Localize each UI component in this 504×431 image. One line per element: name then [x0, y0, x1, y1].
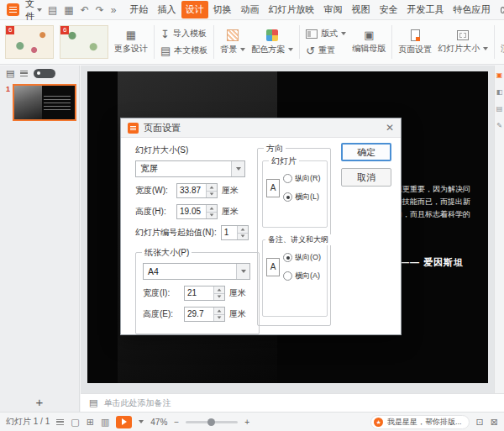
- design-template-thumbnail-1[interactable]: 6: [5, 25, 54, 59]
- import-template-label: 导入模板: [173, 28, 207, 39]
- paper-height-value[interactable]: 29.7: [185, 307, 213, 321]
- spin-down-icon[interactable]: [207, 191, 217, 198]
- design-template-thumbnail-2[interactable]: 6: [60, 25, 108, 59]
- spin-down-icon[interactable]: [214, 314, 224, 322]
- normal-view-icon[interactable]: ▢: [71, 418, 79, 427]
- notes-toggle-icon[interactable]: [56, 419, 64, 425]
- zoom-level[interactable]: 47%: [150, 418, 167, 427]
- spin-up-icon[interactable]: [238, 226, 248, 233]
- tab-special-features[interactable]: 特色应用: [449, 1, 495, 18]
- slide-width-value[interactable]: 33.87: [177, 184, 206, 197]
- tab-security[interactable]: 安全: [375, 1, 402, 18]
- ok-button[interactable]: 确定: [341, 143, 391, 161]
- cancel-button[interactable]: 取消: [341, 168, 391, 187]
- tab-transition[interactable]: 切换: [209, 1, 236, 18]
- color-scheme-button[interactable]: 配色方案: [251, 29, 293, 55]
- background-button[interactable]: 背景: [220, 29, 245, 55]
- slide-sorter-view-icon[interactable]: ⊞: [87, 418, 94, 427]
- notes-icon: ▤: [89, 398, 97, 407]
- doc-template-label: 本文模板: [174, 45, 207, 56]
- paper-size-dropdown[interactable]: A4: [143, 263, 250, 280]
- more-commands-icon[interactable]: »: [111, 4, 117, 16]
- spin-down-icon[interactable]: [207, 212, 217, 219]
- reset-button[interactable]: ↺ 重置: [306, 45, 346, 56]
- slide-landscape-radio[interactable]: 横向(L): [283, 192, 321, 202]
- spin-up-icon[interactable]: [207, 205, 217, 212]
- wps-logo-icon[interactable]: [7, 3, 19, 16]
- caret-down-icon: [341, 32, 346, 35]
- search-button[interactable]: 查找: [501, 0, 504, 22]
- spin-up-icon[interactable]: [207, 184, 217, 191]
- dialog-title-bar[interactable]: 页面设置 ✕: [121, 118, 401, 138]
- doc-template-button[interactable]: ▤ 本文模板: [160, 45, 207, 56]
- tab-home[interactable]: 开始: [126, 1, 153, 18]
- page-setup-icon: [411, 29, 420, 41]
- tab-animation[interactable]: 动画: [237, 1, 264, 18]
- caret-down-icon: [483, 47, 488, 50]
- slideshow-preview-button[interactable]: [34, 69, 55, 78]
- paper-width-spinner[interactable]: 21: [184, 286, 225, 301]
- slide-number-start-value[interactable]: 1: [222, 226, 237, 239]
- slide-number-start-spinner[interactable]: 1: [221, 225, 249, 240]
- layout-button[interactable]: 版式: [306, 28, 346, 39]
- presentation-tools-button[interactable]: 演示工具: [501, 29, 504, 55]
- comments-icon[interactable]: ▤: [496, 106, 503, 113]
- animation-pane-icon[interactable]: ◧: [496, 89, 503, 96]
- print-icon[interactable]: ▦: [64, 4, 73, 16]
- undo-icon[interactable]: ↶: [81, 4, 89, 16]
- more-designs-button[interactable]: ▦ 更多设计: [114, 29, 148, 55]
- notes-landscape-radio[interactable]: 横向(A): [283, 271, 321, 281]
- slide-height-spinner[interactable]: 19.05: [176, 204, 218, 219]
- notes-portrait-radio[interactable]: 纵向(O): [283, 252, 321, 263]
- spin-up-icon[interactable]: [214, 286, 224, 293]
- tab-slideshow[interactable]: 幻灯片放映: [265, 1, 319, 18]
- paper-height-spinner[interactable]: 29.7: [184, 307, 225, 322]
- dropdown-caret-icon[interactable]: [231, 161, 244, 176]
- tab-design[interactable]: 设计: [181, 1, 208, 18]
- redo-icon[interactable]: ↷: [96, 4, 104, 16]
- slide-height-value[interactable]: 19.05: [177, 205, 206, 218]
- slide-size-dropdown[interactable]: 宽屏: [135, 160, 245, 177]
- dialog-close-icon[interactable]: ✕: [386, 123, 394, 133]
- file-menu-button[interactable]: 文件: [25, 0, 42, 23]
- fit-window-icon[interactable]: ⊡: [476, 418, 484, 427]
- slide-thumbnail-1[interactable]: [13, 84, 76, 121]
- tab-devtools[interactable]: 开发工具: [403, 1, 449, 18]
- spin-up-icon[interactable]: [214, 307, 224, 314]
- reading-view-icon[interactable]: ▥: [101, 418, 109, 427]
- edit-master-button[interactable]: ▣ 编辑母版: [352, 29, 386, 55]
- tab-view[interactable]: 视图: [348, 1, 375, 18]
- notes-placeholder[interactable]: 单击此处添加备注: [103, 397, 171, 409]
- outline-view-icon[interactable]: [20, 71, 28, 76]
- reset-icon: ↺: [306, 45, 315, 56]
- thumbnail-view-icon[interactable]: ▤: [6, 68, 14, 79]
- search-icon: [501, 7, 504, 13]
- import-template-button[interactable]: ↧ 导入模板: [160, 28, 207, 39]
- background-label: 背景: [220, 44, 237, 55]
- tab-insert[interactable]: 插入: [154, 1, 181, 18]
- save-icon[interactable]: ▤: [48, 4, 57, 16]
- tab-review[interactable]: 审阅: [320, 1, 347, 18]
- add-slide-button[interactable]: +: [0, 395, 79, 409]
- spin-down-icon[interactable]: [238, 233, 248, 240]
- grid-icon: ▦: [126, 29, 136, 40]
- paper-width-value[interactable]: 21: [185, 286, 213, 300]
- slide-portrait-radio[interactable]: 纵向(R): [283, 173, 321, 184]
- dropdown-caret-icon[interactable]: [236, 264, 249, 279]
- properties-icon[interactable]: ▣: [496, 72, 503, 79]
- page-setup-button[interactable]: 页面设置: [398, 29, 432, 55]
- zoom-slider[interactable]: [186, 421, 238, 423]
- notes-bar[interactable]: ▤ 单击此处添加备注: [81, 393, 504, 412]
- dialog-body: 幻灯片大小(S) 宽屏 宽度(W): 33.87 厘米 高度(H):: [121, 138, 401, 334]
- slide-size-button[interactable]: 幻灯片大小: [438, 30, 488, 55]
- play-options-caret-icon[interactable]: [139, 420, 144, 423]
- edit-tools-icon[interactable]: ✎: [496, 123, 502, 129]
- spin-down-icon[interactable]: [214, 293, 224, 301]
- fullscreen-icon[interactable]: ⊠: [491, 418, 498, 427]
- zoom-slider-handle[interactable]: [207, 418, 215, 426]
- zoom-in-button[interactable]: +: [244, 418, 249, 427]
- zoom-out-button[interactable]: −: [174, 418, 179, 427]
- slide-width-spinner[interactable]: 33.87: [176, 183, 218, 198]
- ai-assistant-bubble[interactable]: ★ 我是星星，帮你排版...: [370, 415, 470, 429]
- play-slideshow-button[interactable]: [116, 416, 132, 428]
